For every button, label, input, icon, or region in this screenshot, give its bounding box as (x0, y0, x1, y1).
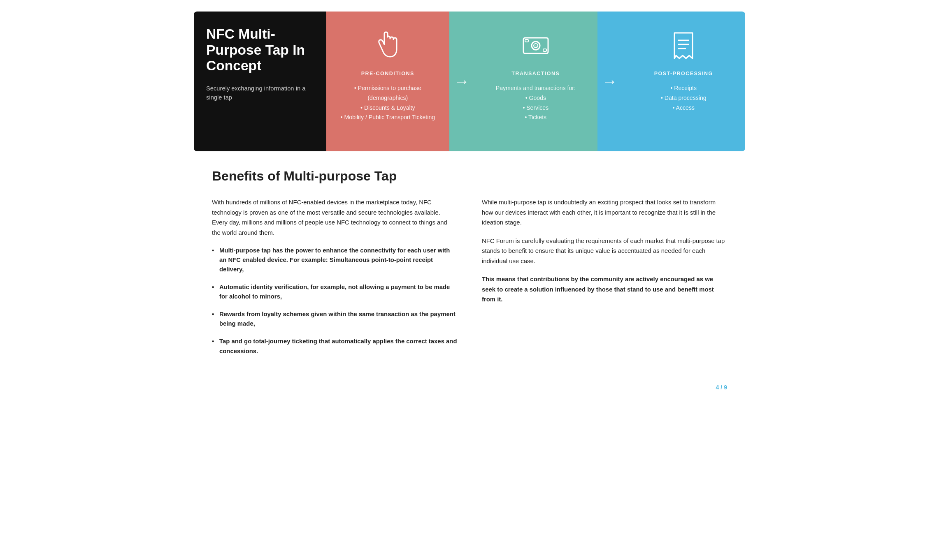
bullet-list: Multi-purpose tap has the power to enhan… (212, 246, 457, 356)
transactions-item-1: • Goods (525, 95, 546, 101)
preconditions-icon-area (371, 25, 404, 66)
bullet-item-3: Rewards from loyalty schemes given withi… (212, 310, 457, 329)
right-para-2: NFC Forum is carefully evaluating the re… (482, 236, 727, 266)
main-content: Benefits of Multi-purpose Tap With hundr… (194, 151, 745, 379)
page-number: 4 / 9 (194, 379, 745, 399)
hand-icon (371, 29, 404, 62)
right-column: While multi-purpose tap is undoubtedly a… (482, 197, 727, 364)
postprocessing-icon-area (667, 25, 700, 66)
postprocessing-section: POST-PROCESSING • Receipts • Data proces… (622, 12, 745, 151)
two-column-layout: With hundreds of millions of NFC-enabled… (212, 197, 727, 364)
preconditions-item-1: • Permissions to purchase (demographics) (354, 85, 421, 101)
banner: NFC Multi-Purpose Tap In Concept Securel… (194, 12, 745, 151)
banner-title: NFC Multi-Purpose Tap In Concept (206, 26, 314, 74)
svg-text:£: £ (535, 44, 537, 48)
transactions-label: TRANSACTIONS (511, 70, 560, 78)
postprocessing-item-1: • Receipts (670, 85, 697, 91)
postprocessing-item-2: • Data processing (661, 95, 707, 101)
arrow-2: → (597, 12, 622, 151)
left-intro-paragraph: With hundreds of millions of NFC-enabled… (212, 197, 457, 238)
right-highlight: This means that contributions by the com… (482, 274, 727, 305)
postprocessing-content: • Receipts • Data processing • Access (661, 83, 707, 113)
preconditions-section: PRE-CONDITIONS • Permissions to purchase… (326, 12, 449, 151)
transactions-icon-area: £ (519, 25, 552, 66)
transactions-item-3: • Tickets (525, 114, 546, 120)
preconditions-item-3: • Mobility / Public Transport Ticketing (341, 114, 435, 120)
postprocessing-label: POST-PROCESSING (654, 70, 713, 78)
preconditions-content: • Permissions to purchase (demographics)… (335, 83, 441, 123)
banner-intro-panel: NFC Multi-Purpose Tap In Concept Securel… (194, 12, 326, 151)
benefits-title: Benefits of Multi-purpose Tap (212, 166, 727, 186)
svg-rect-4 (525, 39, 528, 42)
bullet-item-2: Automatic identity verification, for exa… (212, 282, 457, 301)
preconditions-item-2: • Discounts & Loyalty (360, 104, 415, 111)
transactions-content: Payments and transactions for: • Goods •… (496, 83, 576, 123)
preconditions-label: PRE-CONDITIONS (361, 70, 414, 78)
bullet-item-4: Tap and go total-journey ticketing that … (212, 337, 457, 356)
transactions-intro: Payments and transactions for: (496, 85, 576, 91)
receipt-icon (667, 29, 700, 62)
right-para-1: While multi-purpose tap is undoubtedly a… (482, 197, 727, 228)
svg-rect-5 (543, 49, 546, 51)
bullet-item-1: Multi-purpose tap has the power to enhan… (212, 246, 457, 274)
banner-subtitle: Securely exchanging information in a sin… (206, 84, 314, 102)
money-icon: £ (519, 29, 552, 62)
arrow-1: → (449, 12, 474, 151)
postprocessing-item-3: • Access (673, 104, 695, 111)
transactions-section: £ TRANSACTIONS Payments and transactions… (474, 12, 597, 151)
transactions-item-2: • Services (523, 104, 549, 111)
left-column: With hundreds of millions of NFC-enabled… (212, 197, 457, 364)
